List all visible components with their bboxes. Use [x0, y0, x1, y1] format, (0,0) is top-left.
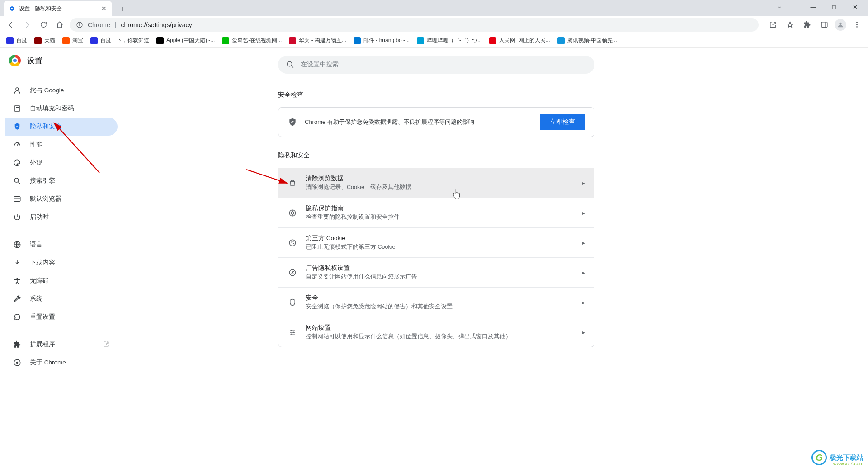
window-maximize-button[interactable]: □: [824, 0, 844, 14]
svg-point-6: [856, 22, 858, 23]
window-close-button[interactable]: ✕: [844, 0, 865, 14]
sidebar-item[interactable]: 您与 Google: [5, 81, 118, 99]
chrome-logo-icon: [9, 55, 21, 66]
new-tab-button[interactable]: ＋: [116, 2, 128, 15]
sidebar-item[interactable]: 外观: [5, 154, 118, 172]
bookmark-label: Apple (中国大陆) -...: [166, 37, 215, 44]
bookmark-icon[interactable]: [783, 18, 797, 32]
bookmark-label: 淘宝: [72, 37, 83, 44]
svg-point-9: [287, 61, 292, 66]
sidebar-item-label: 语言: [30, 241, 42, 249]
sidebar-item[interactable]: 系统: [5, 290, 118, 308]
svg-point-8: [856, 26, 858, 28]
speed-icon: [13, 141, 22, 149]
back-button[interactable]: [5, 19, 17, 31]
trash-icon: [288, 179, 297, 187]
bookmark-label: 爱奇艺-在线视频网...: [232, 37, 282, 44]
reset-icon: [13, 313, 22, 321]
chevron-right-icon: ▸: [582, 210, 585, 216]
safetycheck-run-button[interactable]: 立即检查: [540, 114, 585, 130]
address-bar[interactable]: Chrome | chrome://settings/privacy: [70, 18, 759, 32]
sidebar-item-label: 外观: [30, 159, 42, 167]
watermark-url: www.xz7.com: [833, 461, 863, 466]
menu-icon[interactable]: [850, 18, 863, 32]
svg-point-7: [856, 24, 858, 25]
svg-point-11: [16, 88, 19, 90]
chevron-right-icon: ▸: [582, 269, 585, 276]
sidebar-item[interactable]: 启动时: [5, 208, 118, 226]
bookmark-item[interactable]: 天猫: [34, 37, 55, 44]
bookmark-item[interactable]: Apple (中国大陆) -...: [156, 37, 215, 44]
browser-toolbar: Chrome | chrome://settings/privacy: [0, 16, 868, 33]
reload-button[interactable]: [37, 19, 50, 31]
bookmark-item[interactable]: 百度: [6, 37, 27, 44]
bookmark-item[interactable]: 哔哩哔哩（゜-゜）つ...: [417, 37, 482, 44]
sidepanel-icon[interactable]: [817, 18, 831, 32]
profile-avatar-icon[interactable]: [835, 19, 846, 31]
window-minimize-button[interactable]: —: [803, 0, 824, 14]
privacy-row[interactable]: 网站设置控制网站可以使用和显示什么信息（如位置信息、摄像头、弹出式窗口及其他）▸: [278, 317, 594, 347]
privacy-row[interactable]: 清除浏览数据清除浏览记录、Cookie、缓存及其他数据▸: [278, 168, 594, 198]
forward-button[interactable]: [21, 19, 33, 31]
bookmark-item[interactable]: 淘宝: [62, 37, 83, 44]
sidebar-item-label: 系统: [30, 295, 42, 303]
browser-icon: [13, 195, 22, 203]
sidebar-item[interactable]: 关于 Chrome: [5, 354, 118, 372]
sidebar-item[interactable]: 下载内容: [5, 254, 118, 272]
person-icon: [13, 86, 22, 95]
sidebar-item[interactable]: 搜索引擎: [5, 172, 118, 190]
chevron-right-icon: ▸: [582, 240, 585, 246]
bookmark-item[interactable]: 华为 - 构建万物互...: [289, 37, 346, 44]
autofill-icon: [13, 104, 22, 113]
bookmark-favicon-icon: [489, 37, 496, 44]
bookmark-item[interactable]: 腾讯视频-中国领先...: [557, 37, 617, 44]
privacy-row[interactable]: 安全安全浏览（保护您免受危险网站的侵害）和其他安全设置▸: [278, 287, 594, 317]
safetycheck-text: Chrome 有助于保护您免受数据泄露、不良扩展程序等问题的影响: [305, 118, 533, 126]
settings-search-input[interactable]: 在设置中搜索: [278, 56, 594, 74]
bookmark-item[interactable]: 爱奇艺-在线视频网...: [222, 37, 282, 44]
a11y-icon: [13, 277, 22, 285]
sidebar-item[interactable]: 默认浏览器: [5, 190, 118, 208]
share-icon[interactable]: [766, 18, 779, 32]
svg-line-17: [18, 182, 20, 184]
row-subtitle: 已阻止无痕模式下的第三方 Cookie: [306, 243, 574, 251]
tab-close-icon[interactable]: ✕: [100, 5, 108, 12]
section-title-privacy: 隐私和安全: [278, 151, 594, 160]
cookie-icon: [288, 239, 297, 247]
bookmark-item[interactable]: 邮件 - huang bo -...: [354, 37, 410, 44]
shield-icon: [288, 118, 297, 127]
sidebar-item[interactable]: 重置设置: [5, 308, 118, 326]
browser-tab[interactable]: 设置 - 隐私和安全 ✕: [4, 1, 112, 16]
extensions-icon[interactable]: [800, 18, 814, 32]
watermark-text: 极光下载站: [830, 454, 863, 461]
home-button[interactable]: [53, 19, 66, 31]
sidebar-item[interactable]: 自动填充和密码: [5, 99, 118, 118]
sidebar-item[interactable]: 语言: [5, 236, 118, 254]
safetycheck-card: Chrome 有助于保护您免受数据泄露、不良扩展程序等问题的影响 立即检查: [278, 107, 594, 137]
bookmark-item[interactable]: 人民网_网上的人民...: [489, 37, 550, 44]
svg-point-23: [16, 362, 19, 364]
sidebar-item[interactable]: 无障碍: [5, 272, 118, 290]
sidebar-item[interactable]: 隐私和安全: [5, 118, 118, 136]
sidebar-item-label: 关于 Chrome: [30, 359, 66, 367]
browser-titlebar: 设置 - 隐私和安全 ✕ ＋ ⌄ — □ ✕: [0, 0, 868, 16]
watermark-icon: G: [811, 450, 827, 465]
svg-point-38: [291, 330, 292, 331]
bookmark-item[interactable]: 百度一下，你就知道: [90, 37, 149, 44]
privacy-row[interactable]: 广告隐私权设置自定义要让网站使用什么信息向您展示广告▸: [278, 257, 594, 287]
search-placeholder: 在设置中搜索: [301, 61, 339, 69]
privacy-row[interactable]: 第三方 Cookie已阻止无痕模式下的第三方 Cookie▸: [278, 227, 594, 257]
settings-sidebar: 您与 Google自动填充和密码隐私和安全性能外观搜索引擎默认浏览器启动时语言下…: [5, 81, 118, 372]
bookmark-favicon-icon: [557, 37, 565, 44]
row-title: 隐私保护指南: [306, 204, 574, 213]
sidebar-item-label: 搜索引擎: [30, 177, 55, 185]
sidebar-item-label: 启动时: [30, 213, 49, 221]
sidebar-item[interactable]: 扩展程序: [5, 336, 118, 354]
tab-title: 设置 - 隐私和安全: [19, 5, 62, 13]
sidebar-item[interactable]: 性能: [5, 136, 118, 154]
sidebar-item-label: 无障碍: [30, 277, 49, 285]
sidebar-item-label: 重置设置: [30, 313, 55, 321]
privacy-row[interactable]: 隐私保护指南检查重要的隐私控制设置和安全控件▸: [278, 198, 594, 227]
sidebar-item-label: 默认浏览器: [30, 195, 61, 203]
chevron-down-icon[interactable]: ⌄: [777, 3, 782, 9]
